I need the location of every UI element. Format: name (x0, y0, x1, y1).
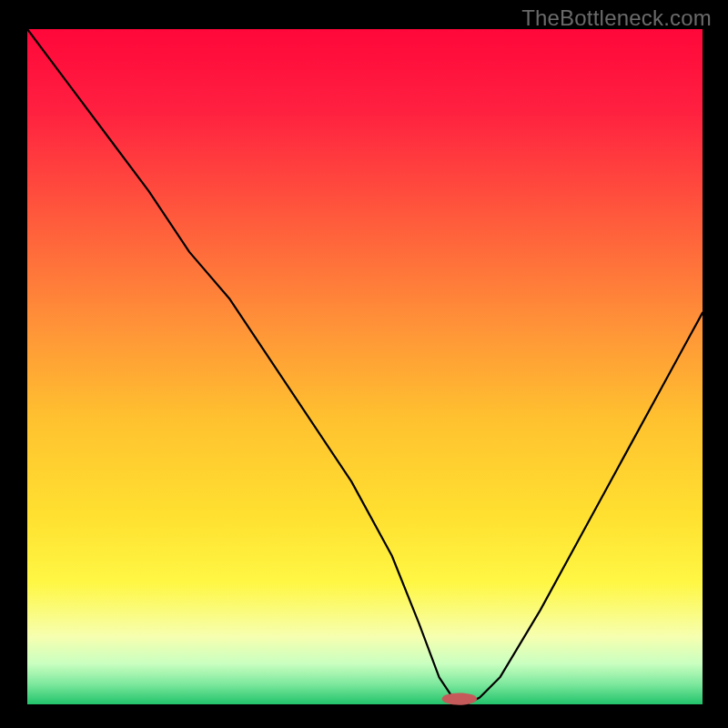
chart-background-gradient (27, 29, 703, 704)
bottleneck-chart (0, 0, 728, 728)
optimal-point-marker (442, 693, 478, 704)
chart-frame: TheBottleneck.com (0, 0, 728, 728)
watermark-text: TheBottleneck.com (521, 5, 712, 31)
